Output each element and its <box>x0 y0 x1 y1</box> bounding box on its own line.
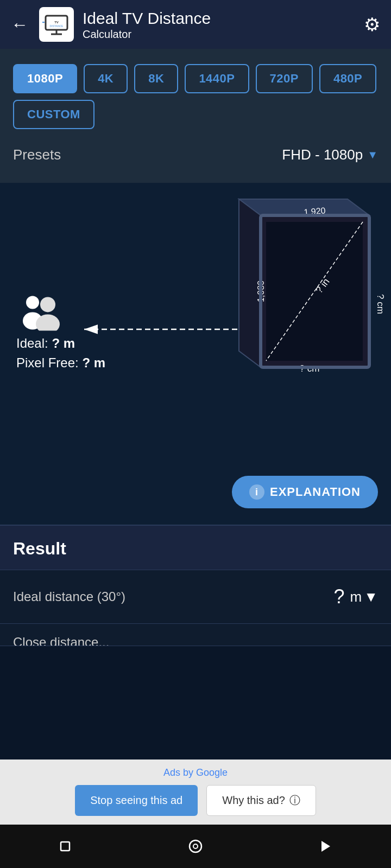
resolution-button-8k[interactable]: 8K <box>134 64 178 93</box>
svg-text:DISTANCE: DISTANCE <box>50 24 64 28</box>
result-row-partial: Close distance... <box>0 624 391 646</box>
explanation-button-wrap: i EXPLANATION <box>0 465 391 525</box>
svg-text:? cm: ? cm <box>300 363 320 374</box>
app-title-main: Ideal TV Distance <box>83 9 364 28</box>
presets-dropdown-arrow: ▼ <box>367 149 378 161</box>
svg-text:1,920: 1,920 <box>304 206 326 216</box>
resolution-button-720p[interactable]: 720P <box>256 64 313 93</box>
resolution-button-4k[interactable]: 4K <box>84 64 128 93</box>
nav-back-button[interactable] <box>49 830 81 863</box>
svg-text:1,080: 1,080 <box>256 280 266 302</box>
pixel-free-label: Pixel Free: ? m <box>16 355 105 371</box>
result-row-ideal: Ideal distance (30°) ? m ▼ <box>0 570 391 624</box>
resolution-buttons: 1080P 4K 8K 1440P 720P 480P CUSTOM <box>13 64 378 129</box>
info-icon: i <box>249 484 264 500</box>
unit-dropdown-arrow: ▼ <box>364 589 378 605</box>
svg-marker-14 <box>261 215 369 367</box>
system-navigation-bar <box>0 825 391 868</box>
result-row-label: Ideal distance (30°) <box>13 589 125 604</box>
result-header: Result <box>0 526 391 570</box>
app-title-sub: Calculator <box>83 28 364 41</box>
resolution-button-480p[interactable]: 480P <box>319 64 376 93</box>
presets-label: Presets <box>13 146 61 163</box>
nav-recents-button[interactable] <box>310 830 342 863</box>
back-button[interactable]: ← <box>11 15 28 35</box>
svg-point-7 <box>26 296 39 309</box>
why-ad-button[interactable]: Why this ad? ⓘ <box>206 785 316 816</box>
google-label: Google <box>196 767 228 778</box>
resolution-button-1440p[interactable]: 1440P <box>185 64 249 93</box>
nav-home-button[interactable] <box>179 830 212 863</box>
explanation-button[interactable]: i EXPLANATION <box>232 476 378 508</box>
presets-dropdown[interactable]: FHD - 1080p ▼ <box>282 146 378 163</box>
resolution-button-custom[interactable]: CUSTOM <box>13 100 94 129</box>
result-section: Result Ideal distance (30°) ? m ▼ Close … <box>0 525 391 646</box>
ideal-distance-label: Ideal: ? m <box>16 336 75 351</box>
svg-point-27 <box>193 844 198 848</box>
stop-ad-button[interactable]: Stop seeing this ad <box>75 785 198 816</box>
ads-by-google-label: Ads by Google <box>11 767 380 778</box>
svg-line-20 <box>266 222 363 361</box>
resolution-button-1080p[interactable]: 1080P <box>13 64 77 93</box>
people-distance-area: Ideal: ? m Pixel Free: ? m <box>16 292 105 371</box>
svg-rect-24 <box>261 215 369 367</box>
svg-marker-15 <box>239 199 369 215</box>
svg-point-9 <box>40 297 55 312</box>
result-row-value: ? m ▼ <box>334 585 378 608</box>
app-title-block: Ideal TV Distance Calculator <box>83 9 364 41</box>
explanation-label: EXPLANATION <box>270 485 361 499</box>
app-icon: TV DISTANCE <box>39 7 74 42</box>
ad-bar: Ads by Google Stop seeing this ad Why th… <box>0 760 391 825</box>
svg-text:? cm: ? cm <box>375 294 386 314</box>
presets-value-text: FHD - 1080p <box>282 146 363 163</box>
settings-button[interactable]: ⚙ <box>364 14 380 35</box>
people-icon <box>16 292 65 330</box>
unit-label: m <box>350 589 362 605</box>
top-bar: ← TV DISTANCE Ideal TV Distance Calculat… <box>0 0 391 49</box>
svg-rect-25 <box>61 842 70 851</box>
result-value: ? <box>334 585 345 608</box>
resolution-panel: 1080P 4K 8K 1440P 720P 480P CUSTOM Prese… <box>0 49 391 183</box>
svg-point-26 <box>190 840 201 852</box>
svg-marker-17 <box>266 222 363 361</box>
svg-text:? in: ? in <box>313 276 331 295</box>
unit-dropdown[interactable]: m ▼ <box>350 589 378 605</box>
why-ad-label: Why this ad? <box>222 794 285 807</box>
ad-buttons: Stop seeing this ad Why this ad? ⓘ <box>11 785 380 816</box>
why-ad-info-icon: ⓘ <box>289 793 300 808</box>
svg-marker-16 <box>239 199 261 367</box>
svg-text:TV: TV <box>54 21 59 24</box>
visualization-area: Ideal: ? m Pixel Free: ? m 1,920 <box>0 183 391 465</box>
presets-row: Presets FHD - 1080p ▼ <box>13 146 378 163</box>
svg-marker-28 <box>321 841 330 852</box>
